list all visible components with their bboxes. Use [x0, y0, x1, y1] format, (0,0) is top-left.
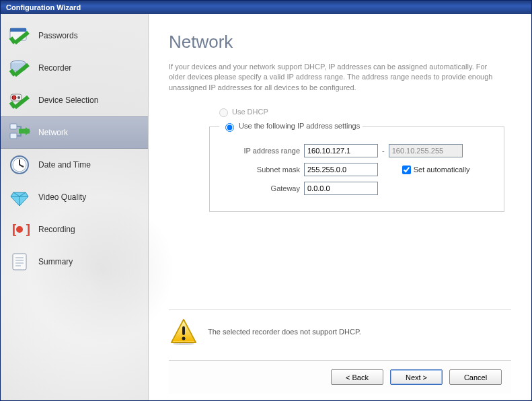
recorder-icon: [7, 56, 32, 80]
passwords-icon: [7, 24, 32, 48]
next-button[interactable]: Next >: [390, 369, 443, 385]
sidebar-item-network[interactable]: Network: [1, 116, 148, 149]
warning-message: The selected recorder does not support D…: [208, 328, 361, 336]
config-wizard-window: Configuration Wizard Passwords: [0, 0, 532, 401]
sidebar-item-date-time[interactable]: Date and Time: [1, 149, 148, 181]
sidebar-item-recorder[interactable]: Recorder: [1, 52, 148, 84]
svg-rect-6: [10, 124, 17, 129]
checkbox-set-automatically-wrap[interactable]: Set automatically: [400, 163, 470, 176]
label-ip-range: IP address range: [219, 147, 300, 155]
svg-point-20: [173, 342, 194, 345]
sidebar-item-label: Device Selection: [38, 96, 98, 105]
warning-row: The selected recorder does not support D…: [169, 309, 511, 360]
sidebar-item-label: Summary: [38, 257, 73, 266]
svg-point-4: [12, 96, 16, 100]
sidebar-item-label: Date and Time: [38, 160, 91, 170]
sidebar-item-label: Video Quality: [38, 192, 86, 202]
recording-icon: [ ]: [7, 217, 32, 242]
row-gateway: Gateway: [219, 182, 494, 195]
option-use-dhcp: Use DHCP: [216, 106, 511, 117]
sidebar-item-recording[interactable]: [ ] Recording: [1, 213, 148, 246]
checkbox-label: Set automatically: [414, 166, 470, 174]
radio-use-static[interactable]: [225, 123, 234, 132]
row-subnet: Subnet mask - Set automatically: [219, 163, 494, 176]
cancel-button[interactable]: Cancel: [449, 369, 502, 385]
input-subnet[interactable]: [304, 163, 378, 176]
input-gateway[interactable]: [304, 182, 378, 195]
row-ip-range: IP address range -: [219, 144, 494, 157]
sidebar-item-passwords[interactable]: Passwords: [1, 20, 148, 52]
radio-label: Use DHCP: [232, 108, 268, 116]
label-subnet: Subnet mask: [219, 166, 300, 174]
sidebar-item-device-selection[interactable]: Device Selection: [1, 84, 148, 116]
sidebar-item-video-quality[interactable]: Video Quality: [1, 181, 148, 213]
range-separator: -: [382, 147, 385, 155]
option-use-static[interactable]: Use the following IP address settings: [219, 121, 363, 132]
wizard-footer: < Back Next > Cancel: [169, 360, 511, 394]
radio-label: Use the following IP address settings: [239, 122, 360, 130]
summary-icon: [7, 250, 32, 274]
wizard-sidebar: Passwords Recorder: [1, 14, 149, 400]
sidebar-item-label: Network: [38, 128, 68, 137]
checkbox-set-automatically[interactable]: [402, 166, 411, 174]
window-title: Configuration Wizard: [6, 3, 81, 11]
svg-text:]: ]: [24, 221, 31, 238]
wizard-content: Network If your devices and your network…: [149, 14, 531, 400]
sidebar-item-summary[interactable]: Summary: [1, 246, 148, 278]
sidebar-item-label: Passwords: [38, 31, 78, 40]
input-ip-range-start[interactable]: [304, 144, 378, 157]
svg-point-19: [182, 337, 186, 340]
warning-icon: [169, 317, 198, 347]
sidebar-item-label: Recording: [38, 225, 75, 234]
label-gateway: Gateway: [219, 184, 300, 192]
svg-point-11: [16, 226, 23, 233]
network-icon: [7, 120, 32, 145]
window-body: Passwords Recorder: [1, 14, 531, 400]
input-ip-range-end: [389, 144, 463, 157]
clock-icon: [7, 153, 32, 177]
diamond-icon: [7, 185, 32, 209]
svg-rect-7: [10, 133, 17, 139]
page-description: If your devices and your network support…: [169, 62, 505, 93]
static-ip-group: Use the following IP address settings IP…: [209, 121, 504, 212]
window-titlebar: Configuration Wizard: [1, 1, 531, 14]
sidebar-item-label: Recorder: [38, 63, 71, 73]
svg-point-5: [17, 96, 20, 99]
radio-use-dhcp: [219, 108, 228, 117]
svg-rect-18: [182, 326, 185, 335]
svg-rect-1: [10, 28, 26, 32]
device-selection-icon: [7, 88, 32, 112]
svg-rect-13: [13, 254, 26, 270]
page-title: Network: [169, 32, 511, 52]
back-button[interactable]: < Back: [331, 369, 383, 385]
